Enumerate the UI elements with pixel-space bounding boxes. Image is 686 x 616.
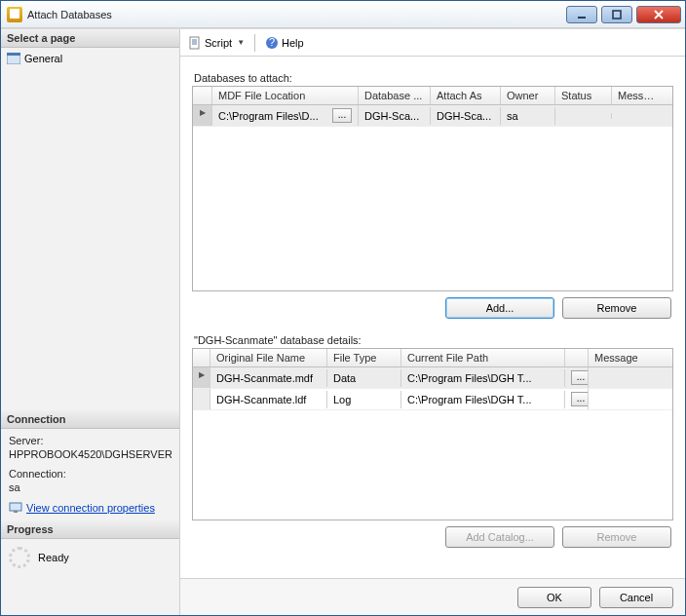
script-button[interactable]: Script ▼	[188, 36, 245, 50]
script-icon	[188, 36, 202, 50]
database-details-grid[interactable]: Original File Name File Type Current Fil…	[192, 348, 673, 520]
cell-filetype: Data	[327, 369, 401, 387]
grid1-header-attachas[interactable]: Attach As	[431, 87, 501, 104]
progress-header: Progress	[1, 520, 179, 539]
table-row[interactable]: DGH-Scanmate.mdf Data C:\Program Files\D…	[193, 367, 672, 389]
svg-rect-3	[7, 53, 20, 56]
cell-filename: DGH-Scanmate.ldf	[210, 391, 327, 408]
database-details-label: "DGH-Scanmate" database details:	[194, 334, 673, 346]
grid1-header-location[interactable]: MDF File Location	[212, 87, 359, 104]
svg-rect-6	[190, 37, 199, 49]
cell-dbname: DGH-Sca...	[359, 107, 431, 125]
left-panel: Select a page General Connection Server:…	[1, 29, 180, 615]
window-title: Attach Databases	[27, 9, 566, 20]
app-icon	[7, 7, 22, 22]
grid1-header-owner[interactable]: Owner	[501, 87, 555, 104]
cell-filetype: Log	[327, 391, 401, 408]
help-icon: ?	[265, 36, 279, 50]
cell-filepath: C:\Program Files\DGH T...	[401, 369, 565, 387]
grid2-header-type[interactable]: File Type	[327, 349, 401, 366]
grid2-header-message[interactable]: Message	[589, 349, 667, 366]
minimize-button[interactable]	[566, 6, 597, 23]
close-button[interactable]	[636, 6, 681, 23]
row-selector[interactable]	[193, 389, 210, 409]
dialog-footer: OK Cancel	[180, 578, 685, 615]
svg-rect-2	[7, 55, 20, 64]
svg-rect-0	[578, 17, 586, 19]
monitor-icon	[9, 501, 22, 515]
browse-location-button[interactable]: ...	[332, 108, 352, 123]
add-database-button[interactable]: Add...	[445, 297, 554, 319]
ok-button[interactable]: OK	[517, 587, 591, 608]
svg-rect-4	[10, 503, 21, 511]
add-catalog-button: Add Catalog...	[445, 526, 554, 548]
toolbar: Script ▼ ? Help	[180, 29, 685, 57]
separator	[254, 34, 255, 52]
page-general-label: General	[24, 53, 62, 64]
browse-path-button[interactable]: ...	[571, 392, 589, 406]
databases-to-attach-grid[interactable]: MDF File Location Database ... Attach As…	[192, 86, 673, 291]
chevron-down-icon: ▼	[237, 38, 245, 47]
select-page-header: Select a page	[1, 29, 179, 48]
remove-file-button: Remove	[562, 526, 671, 548]
svg-rect-5	[14, 511, 18, 513]
cancel-button[interactable]: Cancel	[599, 587, 673, 608]
cell-owner: sa	[501, 107, 555, 125]
grid1-header-dbname[interactable]: Database ...	[359, 87, 431, 104]
connection-header: Connection	[1, 410, 179, 429]
cell-filename: DGH-Scanmate.mdf	[210, 369, 327, 387]
row-selector[interactable]	[193, 367, 210, 388]
grid1-header-status[interactable]: Status	[555, 87, 612, 104]
page-general[interactable]: General	[7, 52, 173, 65]
maximize-button[interactable]	[601, 6, 632, 23]
grid2-header-name[interactable]: Original File Name	[210, 349, 327, 366]
row-selector[interactable]	[193, 105, 212, 126]
grid1-header-rowselector[interactable]	[193, 87, 212, 104]
svg-text:?: ?	[269, 36, 275, 48]
cell-status	[555, 113, 612, 119]
attach-databases-window: Attach Databases Select a page General C…	[0, 0, 686, 616]
databases-to-attach-label: Databases to attach:	[194, 72, 673, 84]
cell-location: C:\Program Files\D...	[218, 110, 319, 122]
svg-rect-1	[613, 11, 621, 19]
cell-filemessage	[589, 375, 667, 381]
browse-path-button[interactable]: ...	[571, 370, 589, 385]
help-button[interactable]: ? Help	[265, 36, 304, 50]
connection-value: sa	[9, 481, 172, 493]
cell-message	[612, 113, 663, 119]
cell-filepath: C:\Program Files\DGH T...	[401, 391, 565, 408]
grid1-header-message[interactable]: Message	[612, 87, 663, 104]
connection-label: Connection:	[9, 468, 172, 480]
grid2-header-path[interactable]: Current File Path	[401, 349, 565, 366]
progress-status: Ready	[38, 552, 69, 563]
cell-attachas: DGH-Sca...	[431, 107, 501, 125]
title-bar[interactable]: Attach Databases	[1, 1, 685, 28]
remove-database-button[interactable]: Remove	[562, 297, 671, 319]
server-value: HPPROBOOK4520\DGHSERVER	[9, 448, 172, 460]
grid2-header-btn	[565, 349, 589, 366]
page-icon	[7, 53, 20, 64]
grid2-header-rowselector	[193, 349, 210, 366]
progress-spinner-icon	[9, 547, 30, 568]
server-label: Server:	[9, 435, 172, 446]
table-row[interactable]: C:\Program Files\D... ... DGH-Sca... DGH…	[193, 105, 672, 127]
right-panel: Script ▼ ? Help Databases to attach: MDF…	[180, 29, 685, 615]
table-row[interactable]: DGH-Scanmate.ldf Log C:\Program Files\DG…	[193, 389, 672, 410]
cell-filemessage	[589, 397, 667, 403]
view-connection-properties-link[interactable]: View connection properties	[26, 502, 155, 514]
